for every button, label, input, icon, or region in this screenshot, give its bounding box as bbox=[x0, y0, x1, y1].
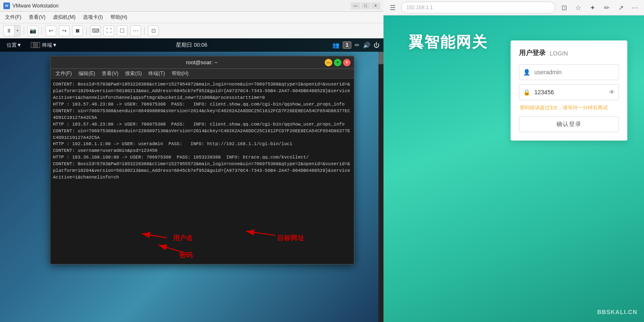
forward-button[interactable]: ↪ bbox=[59, 25, 70, 36]
terminal-line: CONTENT: username=useradmin&psd=123456 bbox=[53, 148, 351, 154]
workspace-badge[interactable]: 1 bbox=[343, 41, 351, 49]
terminal-window: root@soar: ~ — + × 文件(F) 编辑(E) 查看(V) 搜索(… bbox=[50, 56, 354, 264]
pause-button[interactable]: ⏸ bbox=[4, 26, 14, 35]
sign-in-icon: ✏ bbox=[604, 4, 609, 12]
fullscreen-button[interactable]: ⛶ bbox=[103, 25, 114, 36]
panel-users-icon: 👥 bbox=[332, 42, 339, 48]
menu-help[interactable]: 帮助(H) bbox=[107, 13, 131, 22]
sep2 bbox=[42, 27, 42, 35]
view-button[interactable]: ☐ bbox=[117, 25, 128, 36]
browser-action-area: ⊡ ☆ ✦ ✏ ↗ ⋯ bbox=[558, 2, 641, 13]
browser-window: ☰ 192.168.1.1 ⊡ ☆ ✦ ✏ ↗ bbox=[383, 0, 644, 322]
kali-panel: 位置▼ ⬛ 终端▼ 星期日 00:06 👥 1 ✏ 🔊 ⏻ bbox=[0, 38, 383, 52]
vmware-icon: W bbox=[3, 3, 10, 9]
panel-places[interactable]: 位置▼ bbox=[4, 41, 24, 50]
scrollbar-thumb[interactable] bbox=[378, 52, 383, 64]
user-icon: 👤 bbox=[523, 69, 530, 75]
terminal-titlebar: root@soar: ~ — + × bbox=[50, 56, 354, 69]
term-menu-file[interactable]: 文件(F) bbox=[53, 70, 74, 78]
terminal-line: HTTP : 183.36.108.190:80 -> USER: 706975… bbox=[53, 154, 351, 161]
terminal-line: HTTP : 183.57.48.23:80 -> USER: 70697530… bbox=[53, 101, 351, 108]
terminal-menu: 文件(F) 编辑(E) 查看(V) 搜索(S) 终端(T) 帮助(H) bbox=[50, 69, 354, 79]
screenshot-button[interactable]: 📷 bbox=[28, 25, 38, 36]
pause-icon: ⏸ bbox=[6, 28, 12, 34]
address-bar[interactable]: 192.168.1.1 bbox=[401, 2, 556, 13]
restore-button[interactable]: □ bbox=[361, 3, 370, 9]
more-button[interactable]: ⋯ bbox=[130, 25, 141, 36]
title-bar-left: W VMware Workstation bbox=[3, 3, 58, 9]
menu-vm[interactable]: 虚拟机(M) bbox=[50, 13, 79, 22]
gateway-title: 翼智能网关 bbox=[408, 32, 488, 53]
terminal-line: CONTENT: BossId=5783&Pwd=1853220388&ctim… bbox=[53, 161, 351, 181]
sep1 bbox=[24, 27, 24, 35]
reader-view-icon: ⊡ bbox=[561, 4, 567, 12]
window-title: VMware Workstation bbox=[13, 3, 58, 9]
more-tools-button[interactable]: ⋯ bbox=[629, 2, 641, 13]
terminal-line: CONTENT: BossId=5783&Pwd=1853220388&ctim… bbox=[53, 81, 351, 101]
lock-icon: 🔒 bbox=[523, 89, 530, 96]
username-input[interactable] bbox=[519, 64, 619, 80]
login-title-row: 用户登录 LOGIN bbox=[519, 49, 619, 58]
sep4 bbox=[144, 27, 145, 35]
play-dropdown[interactable]: ▾ bbox=[14, 25, 20, 36]
term-close-btn[interactable]: × bbox=[343, 59, 351, 66]
back-button[interactable]: ↩ bbox=[45, 25, 56, 36]
close-button[interactable]: × bbox=[371, 3, 380, 9]
password-input[interactable] bbox=[519, 84, 619, 100]
send-ctrl-alt-del[interactable]: ⌨ bbox=[90, 25, 101, 36]
menu-file[interactable]: 文件(F) bbox=[2, 13, 25, 22]
suspend-button[interactable]: ⏹ bbox=[72, 25, 83, 36]
bookmark-button[interactable]: ☆ bbox=[572, 2, 584, 13]
kali-desktop: 位置▼ ⬛ 终端▼ 星期日 00:06 👥 1 ✏ 🔊 ⏻ bbox=[0, 38, 383, 322]
terminal-line: HTTP : 192.168.1.1:80 -> USER: useradmin… bbox=[53, 141, 351, 148]
bookmarks-icon: ✦ bbox=[590, 4, 595, 12]
panel-terminal[interactable]: ⬛ 终端▼ bbox=[28, 41, 60, 50]
login-title-en: LOGIN bbox=[550, 50, 568, 57]
sidebar-toggle-button[interactable]: ☰ bbox=[387, 2, 398, 13]
sep3 bbox=[86, 27, 87, 35]
terminal-line: CONTENT: uin=706975308&senduin=864998089… bbox=[53, 108, 351, 121]
share-button[interactable]: ↗ bbox=[615, 2, 626, 13]
panel-volume-icon: 🔊 bbox=[363, 42, 370, 48]
login-card: 用户登录 LOGIN 👤 🔒 👁 密码错误超过3次，请等待一分钟后再试 确认登录 bbox=[511, 40, 627, 141]
login-submit-button[interactable]: 确认登录 bbox=[519, 116, 619, 132]
browser-chrome: ☰ 192.168.1.1 ⊡ ☆ ✦ ✏ ↗ bbox=[383, 0, 644, 15]
term-menu-edit[interactable]: 编辑(E) bbox=[76, 70, 98, 78]
vmware-window: W VMware Workstation — □ × 文件(F) 查看(V) 虚… bbox=[0, 0, 383, 322]
menu-tabs[interactable]: 选项卡(I) bbox=[80, 13, 106, 22]
username-field-wrapper: 👤 bbox=[519, 64, 619, 80]
term-menu-view[interactable]: 查看(V) bbox=[99, 70, 121, 78]
password-field-wrapper: 🔒 👁 bbox=[519, 84, 619, 100]
more-icon: ⋯ bbox=[631, 4, 638, 12]
vm-viewport: 位置▼ ⬛ 终端▼ 星期日 00:06 👥 1 ✏ 🔊 ⏻ bbox=[0, 38, 383, 322]
term-maximize-btn[interactable]: + bbox=[334, 59, 341, 66]
bbskali-watermark: BBSKALI.CN bbox=[597, 309, 637, 315]
kali-scrollbar[interactable] bbox=[378, 52, 383, 322]
term-menu-terminal[interactable]: 终端(T) bbox=[146, 70, 167, 78]
terminal-line: CONTENT: uin=706975308&senduin=228609713… bbox=[53, 128, 351, 141]
login-error-message: 密码错误超过3次，请等待一分钟后再试 bbox=[519, 104, 619, 111]
login-title-cn: 用户登录 bbox=[519, 49, 546, 58]
reader-view-button[interactable]: ⊡ bbox=[558, 2, 570, 13]
share-icon: ↗ bbox=[618, 4, 624, 12]
sidebar-icon: ☰ bbox=[390, 4, 396, 12]
menu-bar: 文件(F) 查看(V) 虚拟机(M) 选项卡(I) 帮助(H) bbox=[0, 12, 383, 23]
term-minimize-btn[interactable]: — bbox=[325, 59, 332, 66]
terminal-line: HTTP : 183.57.48.23:80 -> USER: 70697530… bbox=[53, 121, 351, 128]
star-icon: ☆ bbox=[575, 4, 581, 12]
terminal-content: CONTENT: BossId=5783&Pwd=1853220388&ctim… bbox=[50, 79, 354, 264]
term-menu-help[interactable]: 帮助(H) bbox=[169, 70, 191, 78]
terminal-icon: ⬛ bbox=[31, 42, 40, 48]
title-bar-controls: — □ × bbox=[351, 3, 380, 9]
fit-button[interactable]: ⊡ bbox=[148, 25, 159, 36]
term-menu-search[interactable]: 搜索(S) bbox=[123, 70, 144, 78]
menu-view[interactable]: 查看(V) bbox=[25, 13, 49, 22]
terminal-controls: — + × bbox=[325, 59, 351, 66]
bookmarks-list-button[interactable]: ✦ bbox=[586, 2, 598, 13]
title-bar: W VMware Workstation — □ × bbox=[0, 0, 383, 12]
panel-power-icon[interactable]: ⏻ bbox=[373, 42, 379, 48]
toolbar: ⏸ ▾ 📷 ↩ ↪ ⏹ ⌨ ⛶ ☐ ⋯ ⊡ bbox=[0, 23, 383, 38]
minimize-button[interactable]: — bbox=[351, 3, 360, 9]
eye-icon[interactable]: 👁 bbox=[609, 89, 615, 96]
sign-in-button[interactable]: ✏ bbox=[601, 2, 612, 13]
